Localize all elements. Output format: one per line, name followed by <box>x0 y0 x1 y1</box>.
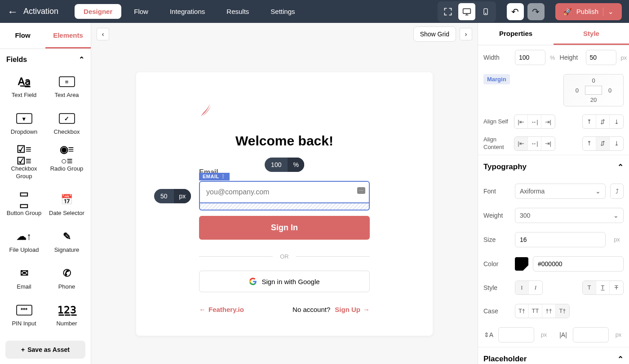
field-number[interactable]: 1̲2̲3̲Number <box>45 298 88 335</box>
field-signature[interactable]: ✎Signature <box>45 225 88 262</box>
align-center-h-icon[interactable]: ↔| <box>528 115 541 128</box>
google-signin-button[interactable]: Sign in with Google <box>199 271 370 292</box>
feathery-link[interactable]: ← Feathery.io <box>199 306 244 313</box>
field-button-group[interactable]: ▭▭Button Group <box>3 188 45 225</box>
align-top-icon[interactable]: ⤒ <box>583 115 596 128</box>
collapse-right-icon[interactable]: › <box>460 28 472 40</box>
svg-point-2 <box>485 13 486 13</box>
font-dropdown[interactable]: Axiforma⌄ <box>515 184 606 199</box>
weight-dropdown[interactable]: 300⌄ <box>515 208 624 223</box>
strikethrough-icon[interactable]: T <box>610 281 623 294</box>
content-bottom-icon[interactable]: ⤓ <box>610 137 623 150</box>
color-input[interactable] <box>533 256 624 272</box>
align-left-icon[interactable]: |⇤ <box>514 115 528 128</box>
margin-bottom[interactable]: 20 <box>590 96 597 103</box>
fields-section-header[interactable]: Fields ⌃ <box>0 49 91 70</box>
tab-results[interactable]: Results <box>217 4 258 19</box>
chevron-down-icon: ⌄ <box>613 212 619 219</box>
height-label: Height <box>560 54 581 61</box>
margin-label[interactable]: Margin <box>483 74 510 84</box>
field-file-upload[interactable]: ☁↑File Upload <box>3 225 45 262</box>
tab-flow[interactable]: Flow <box>125 4 157 19</box>
redo-button[interactable]: ↷ <box>527 3 545 20</box>
case-lowercase-icon[interactable]: †† <box>542 304 556 318</box>
content-left-icon[interactable]: |⇤ <box>514 137 528 150</box>
size-unit: px <box>610 236 624 243</box>
align-bottom-icon[interactable]: ⤓ <box>610 115 623 128</box>
fullscreen-icon[interactable] <box>439 3 456 20</box>
field-pin-input[interactable]: ***PIN Input <box>3 298 45 335</box>
typography-header[interactable]: Typography ⌃ <box>478 155 629 179</box>
underline-icon[interactable]: T <box>596 281 610 294</box>
content-middle-icon[interactable]: ⇵ <box>596 137 610 150</box>
field-options-icon[interactable]: ⋯ <box>357 187 365 194</box>
field-email[interactable]: ✉Email <box>3 262 45 298</box>
tab-properties[interactable]: Properties <box>478 23 554 45</box>
width-badge[interactable]: 100% <box>265 158 304 172</box>
letter-spacing-input[interactable] <box>573 327 609 342</box>
color-swatch[interactable] <box>515 257 528 271</box>
height-input[interactable] <box>586 50 616 65</box>
margin-right[interactable]: 0 <box>608 87 611 94</box>
field-date-selector[interactable]: 📅Date Selector <box>45 188 88 225</box>
case-capitalize-icon[interactable]: T† <box>515 304 529 318</box>
email-input[interactable] <box>199 181 370 203</box>
collapse-left-icon[interactable]: ‹ <box>97 28 109 40</box>
fields-label: Fields <box>6 56 27 64</box>
back-arrow-icon[interactable]: ← <box>7 5 18 18</box>
field-checkbox-group[interactable]: ☑≡☑≡Checkbox Group <box>3 144 45 188</box>
publish-button[interactable]: 🚀 Publish ⌄ <box>555 3 622 20</box>
field-text-area[interactable]: ≡Text Area <box>45 70 88 107</box>
sidebar-tab-flow[interactable]: Flow <box>0 23 45 48</box>
sign-in-button[interactable]: Sign In <box>199 216 370 240</box>
line-height-unit: px <box>539 331 549 338</box>
plus-icon: + <box>21 346 25 353</box>
tab-settings[interactable]: Settings <box>261 4 304 19</box>
height-unit[interactable]: px <box>621 54 627 61</box>
content-center-h-icon[interactable]: ↔| <box>528 137 541 150</box>
field-checkbox[interactable]: ✓Checkbox <box>45 107 88 144</box>
italic-icon[interactable]: I <box>529 281 542 294</box>
content-right-icon[interactable]: ⇥| <box>541 137 555 150</box>
letter-spacing-icon: |A| <box>558 327 568 342</box>
align-middle-icon[interactable]: ⇵ <box>596 115 610 128</box>
signup-link[interactable]: Sign Up → <box>335 306 370 313</box>
show-grid-button[interactable]: Show Grid <box>413 26 456 42</box>
margin-left[interactable]: 0 <box>576 87 579 94</box>
height-badge[interactable]: 50px <box>154 189 191 203</box>
rocket-icon: 🚀 <box>563 8 572 16</box>
mobile-icon[interactable] <box>477 3 494 20</box>
line-height-icon: ⇕A <box>483 327 494 342</box>
case-none-icon[interactable]: T† <box>556 304 569 318</box>
form-canvas[interactable]: Welcome back! Email EMAIL ⋮ 100% 50px ⋯ … <box>136 72 433 336</box>
content-top-icon[interactable]: ⤒ <box>583 137 596 150</box>
size-input[interactable] <box>515 232 606 247</box>
font-style-label: Style <box>483 284 510 291</box>
email-field-selected[interactable]: EMAIL ⋮ 100% 50px ⋯ <box>199 181 370 211</box>
align-right-icon[interactable]: ⇥| <box>541 115 555 128</box>
save-as-asset-button[interactable]: + Save as Asset <box>5 341 85 359</box>
normal-icon[interactable]: I <box>515 281 529 294</box>
field-radio-group[interactable]: ◉≡○≡Radio Group <box>45 144 88 188</box>
field-phone[interactable]: ✆Phone <box>45 262 88 298</box>
width-unit[interactable]: % <box>550 54 555 61</box>
arrow-left-icon: ← <box>199 306 206 313</box>
align-self-v: ⤒ ⇵ ⤓ <box>582 114 624 129</box>
case-uppercase-icon[interactable]: TT <box>529 304 542 318</box>
margin-top[interactable]: 0 <box>592 77 595 84</box>
no-decoration-icon[interactable]: T <box>583 281 596 294</box>
tab-integrations[interactable]: Integrations <box>161 4 214 19</box>
tab-style[interactable]: Style <box>554 23 629 45</box>
field-dropdown[interactable]: ▾Dropdown <box>3 107 45 144</box>
desktop-icon[interactable] <box>458 3 475 20</box>
tab-designer[interactable]: Designer <box>75 4 121 19</box>
font-upload-icon[interactable]: ⤴ <box>610 184 624 199</box>
sidebar-tab-elements[interactable]: Elements <box>45 23 91 48</box>
line-height-input[interactable] <box>498 327 534 342</box>
undo-button[interactable]: ↶ <box>507 3 524 20</box>
placeholder-header[interactable]: Placeholder ⌃ <box>478 347 629 364</box>
margin-editor[interactable]: 0 0 0 20 <box>563 74 624 106</box>
field-text-field[interactable]: A͟a̲Text Field <box>3 70 45 107</box>
width-input[interactable] <box>515 50 545 65</box>
page-title: Activation <box>23 7 58 16</box>
